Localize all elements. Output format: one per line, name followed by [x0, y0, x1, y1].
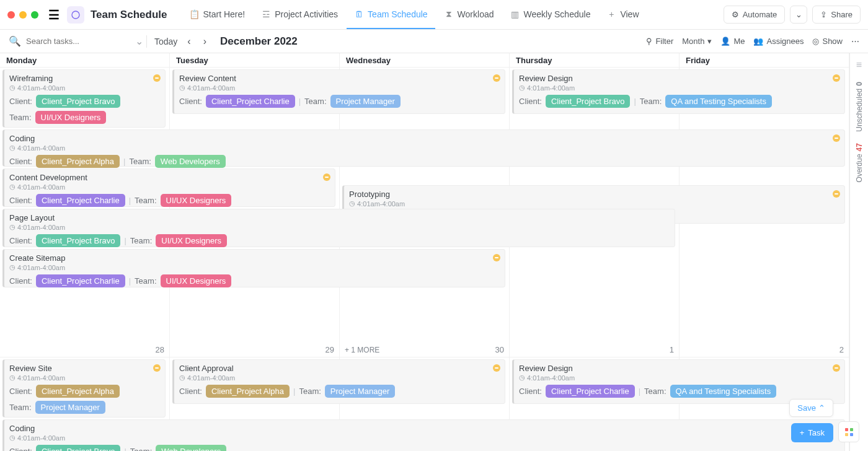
show-button[interactable]: ◎Show	[812, 37, 843, 46]
search-icon: 🔍	[9, 35, 21, 47]
task-card[interactable]: Wireframing ◷4:01am-4:00am Client:Client…	[2, 69, 166, 128]
task-card[interactable]: Coding ◷4:01am-4:00am Client:Client_Proj…	[2, 129, 845, 167]
caret-down-icon: ▾	[707, 37, 712, 46]
team-chip[interactable]: UI/UX Designers	[161, 194, 232, 207]
automate-dropdown-button[interactable]: ⌄	[790, 6, 807, 24]
calendar-toolbar: 🔍 ⌄ Today ‹ › December 2022 ⚲Filter Mont…	[0, 30, 868, 53]
clock-icon: ◷	[9, 84, 16, 92]
client-chip[interactable]: Client_Project Alpha	[36, 385, 120, 398]
plus-icon: +	[800, 428, 805, 437]
rail-toggle-icon[interactable]: ≡	[856, 59, 862, 71]
team-chip[interactable]: QA and Testing Specialists	[670, 385, 777, 398]
team-chip[interactable]: UI/UX Designers	[35, 111, 107, 124]
prev-month-button[interactable]: ‹	[185, 36, 193, 47]
plus-icon: +	[606, 9, 616, 19]
side-rail: ≡ Unscheduled 0 Overdue 47	[849, 53, 868, 451]
task-card[interactable]: Review Content ◷4:01am-4:00am Client:Cli…	[172, 69, 505, 114]
more-options-button[interactable]: ⋯	[851, 37, 859, 46]
overdue-panel-toggle[interactable]: Overdue 47	[855, 143, 864, 182]
clock-icon: ◷	[519, 374, 525, 382]
task-card[interactable]: Page Layout ◷4:01am-4:00am Client:Client…	[2, 209, 675, 247]
share-button[interactable]: ⇪Share	[812, 6, 861, 24]
tab-project-activities[interactable]: ☲Project Activities	[254, 0, 345, 29]
day-header-thu: Thursday	[510, 53, 680, 67]
day-number: 1	[670, 345, 674, 354]
tab-start-here[interactable]: 📋Start Here!	[182, 0, 252, 29]
task-card[interactable]: Client Approval ◷4:01am-4:00am Client:Cl…	[172, 359, 505, 404]
client-chip[interactable]: Client_Project Charlie	[546, 385, 635, 398]
chevron-down-icon[interactable]: ⌄	[135, 35, 143, 47]
more-tasks-link[interactable]: + 1 MORE	[345, 346, 379, 354]
task-time: ◷4:01am-4:00am	[9, 144, 839, 152]
unscheduled-panel-toggle[interactable]: Unscheduled 0	[855, 82, 864, 132]
task-title: Review Design	[519, 364, 839, 373]
task-time: ◷4:01am-4:00am	[519, 84, 839, 92]
day-header-wed: Wednesday	[340, 53, 510, 67]
task-time: ◷4:01am-4:00am	[519, 374, 839, 382]
save-button[interactable]: Save⌃	[789, 399, 833, 417]
new-task-button[interactable]: +Task	[791, 423, 833, 442]
team-chip[interactable]: UI/UX Designers	[156, 234, 227, 247]
timescale-dropdown[interactable]: Month▾	[682, 37, 712, 46]
automate-button[interactable]: ⚙Automate	[724, 6, 786, 24]
today-button[interactable]: Today	[154, 37, 177, 46]
maximize-window-icon[interactable]	[31, 11, 38, 19]
tab-add-view[interactable]: +View	[599, 0, 646, 29]
toolbar-right: ⚲Filter Month▾ 👤Me 👥Assignees ◎Show ⋯	[646, 37, 859, 46]
team-chip[interactable]: Project Manager	[325, 385, 395, 398]
app-logo-icon[interactable]	[67, 6, 84, 24]
svg-point-0	[72, 11, 79, 19]
day-number: 2	[839, 345, 844, 354]
client-chip[interactable]: Client_Project Charlie	[206, 95, 295, 108]
robot-icon: ⚙	[732, 10, 739, 19]
next-month-button[interactable]: ›	[201, 36, 209, 47]
client-chip[interactable]: Client_Project Alpha	[36, 155, 120, 168]
more-icon: ⋯	[851, 37, 859, 46]
doc-pin-icon: 📋	[189, 9, 199, 19]
client-chip[interactable]: Client_Project Bravo	[546, 95, 631, 108]
week-row: Review Site ◷4:01am-4:00am Client:Client…	[0, 357, 849, 451]
tab-team-schedule[interactable]: 🗓Team Schedule	[347, 0, 435, 29]
task-card[interactable]: Coding ◷4:01am-4:00am Client:Client_Proj…	[2, 419, 845, 451]
task-title: Review Site	[9, 364, 160, 373]
team-chip[interactable]: Web Developers	[156, 445, 226, 451]
minimize-window-icon[interactable]	[19, 11, 27, 19]
task-card[interactable]: Review Design ◷4:01am-4:00am Client:Clie…	[512, 69, 845, 114]
client-chip[interactable]: Client_Project Charlie	[36, 194, 125, 207]
task-card[interactable]: Create Sitemap ◷4:01am-4:00am Client:Cli…	[2, 249, 505, 287]
team-chip[interactable]: QA and Testing Specialists	[665, 95, 772, 108]
clock-icon: ◷	[9, 183, 16, 191]
close-window-icon[interactable]	[7, 11, 15, 19]
filter-icon: ⚲	[646, 37, 652, 46]
task-time: ◷4:01am-4:00am	[9, 263, 500, 271]
hamburger-menu-icon[interactable]: ☰	[48, 7, 60, 22]
clock-icon: ◷	[9, 263, 16, 271]
client-chip[interactable]: Client_Project Bravo	[36, 445, 121, 451]
app-launcher-button[interactable]	[838, 421, 859, 442]
task-title: Wireframing	[9, 74, 160, 83]
client-chip[interactable]: Client_Project Bravo	[36, 234, 121, 247]
task-card[interactable]: Review Design ◷4:01am-4:00am Client:Clie…	[512, 359, 845, 404]
client-chip[interactable]: Client_Project Alpha	[206, 385, 290, 398]
client-label: Client:	[9, 97, 32, 106]
day-number: 29	[326, 345, 334, 354]
task-card[interactable]: Content Development ◷4:01am-4:00am Clien…	[2, 169, 335, 207]
task-time: ◷4:01am-4:00am	[349, 199, 839, 208]
task-card[interactable]: Review Site ◷4:01am-4:00am Client:Client…	[2, 359, 166, 418]
tab-weekly-schedule[interactable]: ▥Weekly Schedule	[503, 0, 598, 29]
divider	[146, 35, 147, 48]
me-filter-button[interactable]: 👤Me	[720, 37, 745, 46]
search-input[interactable]	[26, 37, 130, 46]
team-chip[interactable]: Project Manager	[330, 95, 401, 108]
search-wrap: 🔍 ⌄	[9, 35, 139, 47]
team-chip[interactable]: Web Developers	[155, 155, 226, 168]
clock-icon: ◷	[179, 84, 185, 92]
assignees-button[interactable]: 👥Assignees	[753, 37, 804, 46]
tab-workload[interactable]: ⧗Workload	[436, 0, 502, 29]
client-chip[interactable]: Client_Project Bravo	[36, 95, 121, 108]
filter-button[interactable]: ⚲Filter	[646, 37, 673, 46]
list-icon: ☲	[261, 9, 271, 19]
team-chip[interactable]: Project Manager	[35, 401, 105, 414]
team-chip[interactable]: UI/UX Designers	[161, 274, 232, 287]
client-chip[interactable]: Client_Project Charlie	[36, 274, 125, 287]
